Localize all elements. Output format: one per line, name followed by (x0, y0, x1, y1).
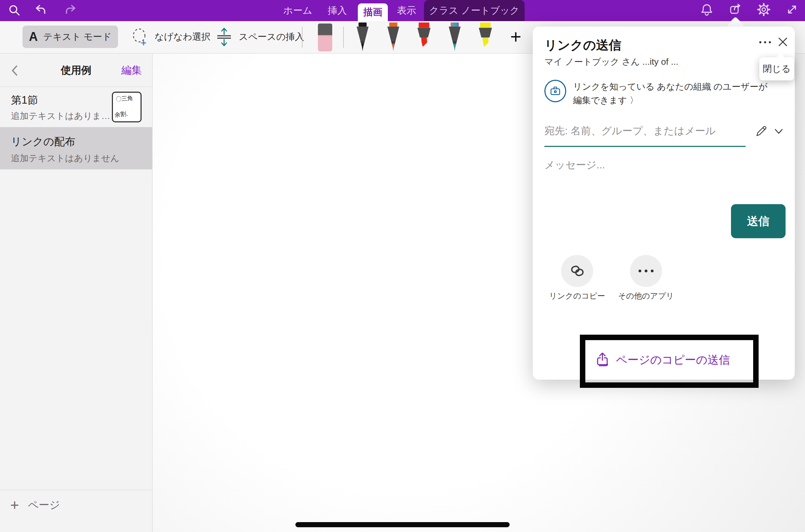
top-app-bar: ホーム 挿入 描画 表示 クラス ノートブック (0, 0, 805, 21)
link-icon (569, 262, 586, 279)
briefcase-icon (544, 80, 566, 102)
page-item-subtitle: 追加テキストはありません (11, 152, 119, 164)
add-pen-button[interactable]: + (506, 27, 525, 46)
permission-text: リンクを知っている あなたの組織 のユーザーが編集できます 〉 (573, 80, 773, 107)
redo-icon[interactable] (63, 3, 78, 18)
ellipsis-icon (759, 41, 761, 43)
sidebar-footer: + ページ (0, 490, 152, 532)
insert-space-label: スペースの挿入 (239, 31, 304, 43)
recipient-input[interactable] (544, 123, 735, 139)
tab-view[interactable]: 表示 (397, 0, 416, 21)
insert-space-icon (214, 27, 234, 47)
chevron-right-icon: 〉 (630, 95, 639, 105)
text-mode-label: テキスト モード (43, 31, 112, 43)
expand-icon[interactable] (785, 2, 800, 17)
send-link-dialog: リンクの送信 マイ ノートブック さん ...ity of ... 閉じる リン… (533, 27, 795, 380)
search-icon[interactable] (7, 3, 22, 18)
add-page-label: ページ (28, 498, 60, 512)
link-permission-row[interactable]: リンクを知っている あなたの組織 のユーザーが編集できます 〉 (544, 80, 783, 107)
toolbar-divider (302, 27, 303, 48)
orange-pen-icon[interactable] (382, 22, 404, 52)
share-icon[interactable] (728, 2, 743, 17)
pencil-edit-icon[interactable] (754, 123, 769, 138)
ellipsis-icon (769, 41, 771, 43)
tab-home[interactable]: ホーム (283, 0, 312, 21)
page-item-title: 第1節 (11, 93, 38, 107)
tooltip-pointer (776, 53, 785, 63)
toolbar-divider (343, 27, 344, 48)
thumbnail-handwriting: 〇三角 (115, 94, 133, 103)
ellipsis-icon (639, 270, 654, 272)
page-item-section1[interactable]: 第1節 追加テキストはありま… 〇三角 余割. (0, 87, 152, 127)
plus-icon: + (10, 498, 19, 513)
lasso-select-button[interactable]: なげなわ選択 (130, 26, 211, 48)
yellow-highlighter-icon[interactable] (474, 22, 496, 52)
notifications-bell-icon[interactable] (699, 2, 714, 17)
send-page-copy-button[interactable]: ページのコピーの送信 (574, 348, 751, 372)
more-apps-label: その他のアプリ (613, 291, 679, 301)
lasso-icon (130, 27, 150, 47)
eraser-icon[interactable] (318, 24, 332, 51)
page-list-sidebar: 使用例 編集 第1節 追加テキストはありま… 〇三角 余割. リンクの配布 追加… (0, 54, 152, 532)
page-item-link-distribution[interactable]: リンクの配布 追加テキストはありません (0, 127, 152, 169)
recipient-underline (544, 146, 746, 147)
sidebar-header: 使用例 編集 (0, 54, 152, 87)
more-apps-button[interactable] (630, 255, 662, 287)
settings-gear-icon[interactable] (756, 2, 771, 17)
red-highlighter-icon[interactable] (413, 22, 435, 52)
send-button[interactable]: 送信 (731, 204, 786, 238)
page-item-title: リンクの配布 (11, 135, 75, 149)
copy-link-button[interactable] (561, 255, 593, 287)
share-page-icon (595, 352, 611, 368)
chevron-down-icon[interactable] (773, 127, 785, 136)
add-page-button[interactable]: + ページ (10, 498, 60, 513)
send-page-copy-label: ページのコピーの送信 (616, 352, 730, 368)
tab-draw-active[interactable]: 描画 (358, 3, 388, 21)
black-pen-icon[interactable] (352, 22, 374, 52)
tooltip-label: 閉じる (763, 63, 791, 75)
insert-space-button[interactable]: スペースの挿入 (214, 26, 304, 48)
close-button[interactable] (776, 35, 789, 48)
undo-icon[interactable] (33, 3, 48, 18)
copy-link-label: リンクのコピー (544, 291, 610, 301)
dialog-title: リンクの送信 (544, 37, 621, 54)
ellipsis-icon (764, 41, 766, 43)
message-input[interactable] (544, 157, 763, 173)
home-indicator[interactable] (295, 522, 510, 527)
text-mode-letter: A (29, 30, 38, 44)
back-chevron-icon[interactable] (9, 64, 21, 77)
page-thumbnail: 〇三角 余割. (112, 92, 142, 122)
close-tooltip: 閉じる (759, 57, 794, 80)
text-mode-button[interactable]: A テキスト モード (23, 26, 118, 48)
page-item-subtitle: 追加テキストはありま… (11, 110, 110, 122)
notebook-subtitle: マイ ノートブック さん ...ity of ... (544, 56, 678, 68)
tab-insert[interactable]: 挿入 (328, 0, 347, 21)
lasso-label: なげなわ選択 (155, 31, 211, 43)
edit-button[interactable]: 編集 (121, 54, 142, 87)
tab-class-notebook[interactable]: クラス ノートブック (424, 0, 525, 21)
rainbow-pen-icon[interactable] (444, 22, 466, 52)
more-options-button[interactable] (759, 39, 776, 46)
thumbnail-handwriting: 余割. (114, 110, 128, 119)
